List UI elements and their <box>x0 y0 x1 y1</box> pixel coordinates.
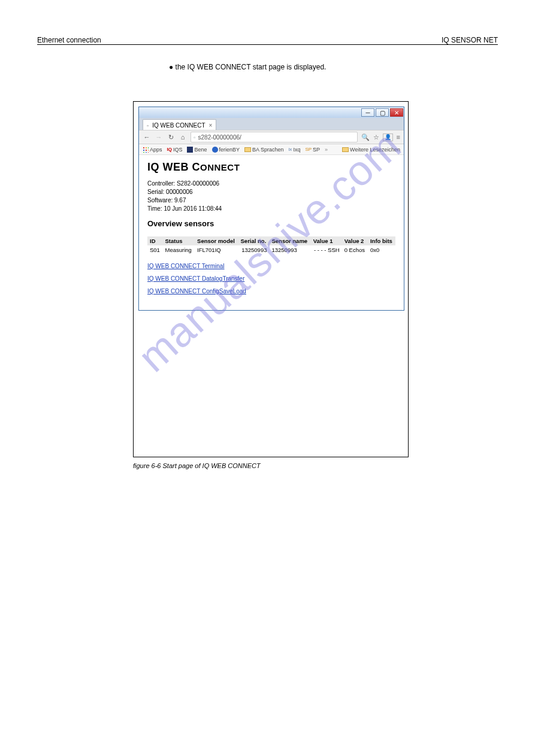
controller-meta: Controller: S282-00000006 Serial: 000000… <box>147 180 395 213</box>
bookmark-bene[interactable]: Bene <box>187 147 207 153</box>
td-status: Measuring <box>162 245 195 254</box>
bookmark-ferien[interactable]: ferienBY <box>212 147 240 153</box>
window-maximize-button[interactable]: ▢ <box>376 108 389 117</box>
meta-serial: Serial: 00000006 <box>147 188 395 196</box>
table-row: S01 Measuring IFL701IQ 13250993 13250993… <box>147 245 395 254</box>
bookmark-ba[interactable]: BA Sprachen <box>244 147 284 153</box>
section-text: ● the IQ WEB CONNECT start page is displ… <box>169 63 498 71</box>
link-terminal[interactable]: IQ WEB CONNECT Terminal <box>147 263 395 269</box>
th-serial: Serial no. <box>238 236 270 245</box>
browser-window: ─ ▢ ✕ ▫ IQ WEB CONNECT × ← → ↻ ⌂ ▫ s282-… <box>138 107 404 311</box>
page-title-rest: ONNECT <box>200 162 240 172</box>
meta-software: Software: 9.67 <box>147 196 395 205</box>
tab-close-icon[interactable]: × <box>209 122 213 129</box>
page-title-main: IQ WEB C <box>147 161 200 173</box>
bookmark-label: IQS <box>173 147 183 153</box>
bookmark-label: BA Sprachen <box>252 147 284 153</box>
sensor-table: ID Status Sensor model Serial no. Sensor… <box>147 236 395 254</box>
browser-tabstrip: ▫ IQ WEB CONNECT × <box>139 118 404 130</box>
td-v1: - - - - SSH <box>311 245 342 254</box>
header-rule <box>37 44 498 45</box>
overview-heading: Overview sensors <box>147 219 395 228</box>
address-bar[interactable]: ▫ s282-00000006/ <box>191 132 358 142</box>
bookmark-iqs[interactable]: IQIQS <box>167 147 183 153</box>
th-status: Status <box>162 236 195 245</box>
ixq-icon: ix <box>289 147 292 152</box>
link-config[interactable]: IQ WEB CONNECT ConfigSaveLoad <box>147 288 395 294</box>
iqs-icon: IQ <box>167 147 172 152</box>
table-header-row: ID Status Sensor model Serial no. Sensor… <box>147 236 395 245</box>
window-close-button[interactable]: ✕ <box>390 108 403 117</box>
th-v1: Value 1 <box>311 236 342 245</box>
bene-icon <box>187 147 193 153</box>
browser-navbar: ← → ↻ ⌂ ▫ s282-00000006/ 🔍 ☆ 👤 ≡ <box>139 130 404 144</box>
td-name: 13250993 <box>269 245 310 254</box>
link-datalog[interactable]: IQ WEB CONNECT DatalogTransfer <box>147 275 395 282</box>
nav-home-icon[interactable]: ⌂ <box>179 133 187 141</box>
th-id: ID <box>147 236 162 245</box>
th-info: Info bits <box>368 236 395 245</box>
th-name: Sensor name <box>269 236 310 245</box>
meta-controller: Controller: S282-00000006 <box>147 180 395 188</box>
bookmark-label: Ixq <box>293 147 300 153</box>
nav-forward-icon[interactable]: → <box>155 133 163 141</box>
td-info: 0x0 <box>368 245 395 254</box>
bookmark-other[interactable]: Weitere Lesezeichen <box>342 147 400 153</box>
menu-icon[interactable]: ≡ <box>397 133 400 141</box>
page-content: IQ WEB CONNECT Controller: S282-00000006… <box>139 155 404 310</box>
url-text: s282-00000006/ <box>198 134 241 141</box>
tab-title: IQ WEB CONNECT <box>152 122 205 129</box>
doc-header-right: IQ SENSOR NET <box>442 36 498 44</box>
figure-caption: figure 6-6 Start page of IQ WEB CONNECT <box>133 462 498 469</box>
bookmark-label: ferienBY <box>219 147 240 153</box>
page-icon: ▫ <box>194 134 196 141</box>
td-v2: 0 Echos <box>342 245 368 254</box>
td-model: IFL701IQ <box>195 245 238 254</box>
bookmark-apps[interactable]: Apps <box>143 147 162 153</box>
apps-icon <box>143 147 149 153</box>
bookmark-label: Apps <box>150 147 162 153</box>
bookmark-bar: Apps IQIQS Bene ferienBY BA Sprachen ixI… <box>139 144 404 155</box>
window-minimize-button[interactable]: ─ <box>361 108 374 117</box>
td-id: S01 <box>147 245 162 254</box>
page-title: IQ WEB CONNECT <box>147 161 395 174</box>
bookmark-label: Bene <box>194 147 207 153</box>
zoom-icon[interactable]: 🔍 <box>361 133 370 141</box>
th-v2: Value 2 <box>342 236 368 245</box>
meta-time: Time: 10 Jun 2016 11:08:44 <box>147 205 395 213</box>
nav-back-icon[interactable]: ← <box>143 133 151 141</box>
bookmark-more[interactable]: » <box>325 147 328 153</box>
td-serial: 13250993 <box>238 245 270 254</box>
doc-header-left: Ethernet connection <box>37 36 101 44</box>
bookmark-label: SP <box>313 147 320 153</box>
link-list: IQ WEB CONNECT Terminal IQ WEB CONNECT D… <box>147 263 395 294</box>
folder-icon <box>342 147 349 152</box>
user-icon[interactable]: 👤 <box>383 133 393 141</box>
nav-reload-icon[interactable]: ↻ <box>167 133 175 141</box>
bookmark-sp[interactable]: SPSP <box>305 147 320 153</box>
sp-icon: SP <box>305 147 312 152</box>
figure-screenshot: ─ ▢ ✕ ▫ IQ WEB CONNECT × ← → ↻ ⌂ ▫ s282-… <box>133 101 409 457</box>
th-model: Sensor model <box>195 236 238 245</box>
folder-icon <box>244 147 251 152</box>
window-titlebar: ─ ▢ ✕ <box>139 107 404 118</box>
globe-icon <box>212 147 218 153</box>
browser-tab[interactable]: ▫ IQ WEB CONNECT × <box>143 119 216 130</box>
bookmark-star-icon[interactable]: ☆ <box>373 133 379 141</box>
bookmark-ixq[interactable]: ixIxq <box>289 147 301 153</box>
bookmark-label: Weitere Lesezeichen <box>350 147 400 153</box>
tab-favicon-icon: ▫ <box>147 123 149 129</box>
